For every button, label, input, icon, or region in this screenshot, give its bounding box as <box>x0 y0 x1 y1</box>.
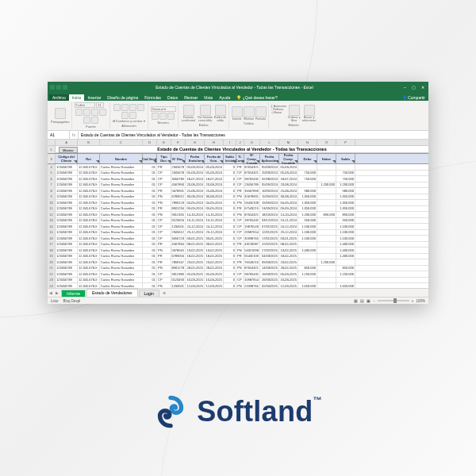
cell[interactable]: 01 <box>143 236 157 241</box>
cell[interactable]: PN <box>157 200 171 205</box>
cell[interactable]: CP <box>157 176 171 182</box>
cell[interactable]: 750.000 <box>336 171 355 176</box>
cell[interactable]: 12-03-2025 <box>279 283 298 288</box>
cell[interactable]: 123456789 <box>56 271 78 277</box>
cell[interactable]: 1.100.000 <box>298 224 317 229</box>
cell[interactable]: PR <box>236 188 244 194</box>
cell[interactable]: 29-12-2024 <box>186 230 205 236</box>
cell[interactable]: 19876543 <box>244 224 260 229</box>
col-tipo-doc[interactable]: Tipo Doc. <box>157 154 171 163</box>
cell[interactable]: 750.000 <box>298 176 317 182</box>
cell[interactable] <box>317 164 336 170</box>
cell[interactable]: 750.000 <box>336 176 355 182</box>
cell[interactable]: 01 <box>143 254 157 259</box>
cell[interactable]: 18-07-2024 <box>205 176 224 182</box>
cell[interactable]: 12.345.678-9 <box>78 188 100 194</box>
cell[interactable]: 8901234 <box>171 206 186 212</box>
cell[interactable] <box>317 266 336 271</box>
cell[interactable]: 30-08-2024 <box>205 194 224 200</box>
cell[interactable]: 04-09-2024 <box>186 200 205 205</box>
cell[interactable]: 01 <box>143 206 157 212</box>
cell[interactable]: 0 <box>224 283 236 288</box>
cell[interactable]: 3456789 <box>171 176 186 182</box>
col-fecha-emision[interactable]: Fecha Emisión <box>186 154 205 163</box>
cell[interactable]: 123456789 <box>56 176 78 182</box>
cell[interactable]: 123456789 <box>56 248 78 253</box>
fmttable-icon[interactable] <box>200 105 211 116</box>
table-row[interactable]: 1012345678912.345.678-9Carlos Rivera Gon… <box>48 200 428 206</box>
cell[interactable]: PR <box>236 164 244 170</box>
cell[interactable]: 45678901 <box>244 194 260 200</box>
cell[interactable]: 14-10-2024 <box>186 212 205 217</box>
cell[interactable] <box>317 176 336 182</box>
cell[interactable]: 0 <box>224 248 236 253</box>
cell[interactable]: 30-08-2024 <box>279 194 298 200</box>
cell[interactable]: 0 <box>224 200 236 205</box>
cell[interactable]: PN <box>236 212 244 217</box>
cell[interactable]: 12.345.678-9 <box>78 283 100 288</box>
cell[interactable] <box>317 271 336 277</box>
row-header[interactable]: 1 <box>48 146 56 153</box>
cell[interactable]: 123456789 <box>56 266 78 271</box>
cell[interactable]: 12.345.678-9 <box>78 212 100 217</box>
cell[interactable]: 0 <box>224 218 236 224</box>
cell[interactable]: 0 <box>224 254 236 259</box>
cell[interactable] <box>317 224 336 229</box>
cell[interactable]: 67543219 <box>244 206 260 212</box>
row-header[interactable]: 19 <box>48 254 56 259</box>
row-header[interactable]: 6 <box>48 176 56 182</box>
column-header[interactable]: P <box>336 140 355 145</box>
cell[interactable]: 01 <box>143 182 157 188</box>
table-row[interactable]: 912345678912.345.678-9Carlos Rivera Gonz… <box>48 194 428 201</box>
cell[interactable] <box>298 164 317 170</box>
cell[interactable] <box>317 278 336 283</box>
col-tipo-contab[interactable]: Ti. Conta <box>236 154 244 163</box>
cell[interactable]: 14-10-2024 <box>279 212 298 217</box>
cell[interactable]: 05-03-2024 <box>279 164 298 170</box>
find-icon[interactable] <box>304 105 315 116</box>
cell[interactable]: 6789012 <box>171 194 186 200</box>
col-fecha-comp[interactable]: Fecha Comp. Contable <box>279 154 298 163</box>
cell[interactable]: CP <box>157 236 171 241</box>
cell[interactable] <box>317 194 336 200</box>
sheet-tab-informe[interactable]: Informe <box>61 290 86 297</box>
cell[interactable]: 13-02-2025 <box>205 248 224 253</box>
cell[interactable]: 1.350.000 <box>336 206 355 212</box>
cell[interactable]: 12-03-2025 <box>205 283 224 288</box>
col-debe[interactable]: Debe <box>298 154 317 163</box>
cell[interactable]: 04-09-2024 <box>279 200 298 205</box>
cell[interactable]: PN <box>236 194 244 200</box>
cell[interactable]: 1.250.000 <box>298 271 317 277</box>
cell[interactable]: PN <box>157 283 171 288</box>
cell[interactable]: 28-02-2025 <box>186 266 205 271</box>
row-header[interactable]: 18 <box>48 248 56 253</box>
cell[interactable]: 20987654 <box>244 230 260 236</box>
sheet-nav-prev-icon[interactable]: ◀ <box>48 290 54 295</box>
cell[interactable]: CP <box>236 224 244 229</box>
cell[interactable] <box>298 259 317 265</box>
cell[interactable]: 123456789 <box>56 218 78 224</box>
align-left-icon[interactable] <box>137 104 144 111</box>
cell[interactable]: PN <box>236 248 244 253</box>
cell[interactable]: 18-02-2025 <box>279 254 298 259</box>
cell[interactable]: 54321098 <box>244 248 260 253</box>
cell[interactable]: 12.345.678-9 <box>78 194 100 200</box>
cell[interactable]: 980.000 <box>336 188 355 194</box>
cell[interactable]: 21098765 <box>244 283 260 288</box>
underline-icon[interactable] <box>91 109 98 116</box>
table-row[interactable]: 1312345678912.345.678-9Carlos Rivera Gon… <box>48 218 428 225</box>
cell[interactable]: 1.100.000 <box>336 236 355 241</box>
cell[interactable]: CP <box>236 176 244 182</box>
cell[interactable]: Carlos Rivera González <box>100 242 143 248</box>
cell[interactable] <box>317 236 336 241</box>
worksheet[interactable]: ABCDEFGHIJKLMNOP Mostrar 1 Estado de Cue… <box>48 140 428 288</box>
table-row[interactable]: 1212345678912.345.678-9Carlos Rivera Gon… <box>48 212 428 218</box>
cell[interactable]: 29-12-2024 <box>205 230 224 236</box>
cell[interactable]: 04/03/2025 <box>260 254 279 259</box>
row-header[interactable]: 3 <box>48 154 56 163</box>
cell[interactable]: 12.345.678-9 <box>78 200 100 205</box>
cell[interactable]: 24-12-2024 <box>186 224 205 229</box>
cell[interactable] <box>317 283 336 288</box>
cell[interactable] <box>317 188 336 194</box>
cell[interactable]: 890.000 <box>317 212 336 217</box>
